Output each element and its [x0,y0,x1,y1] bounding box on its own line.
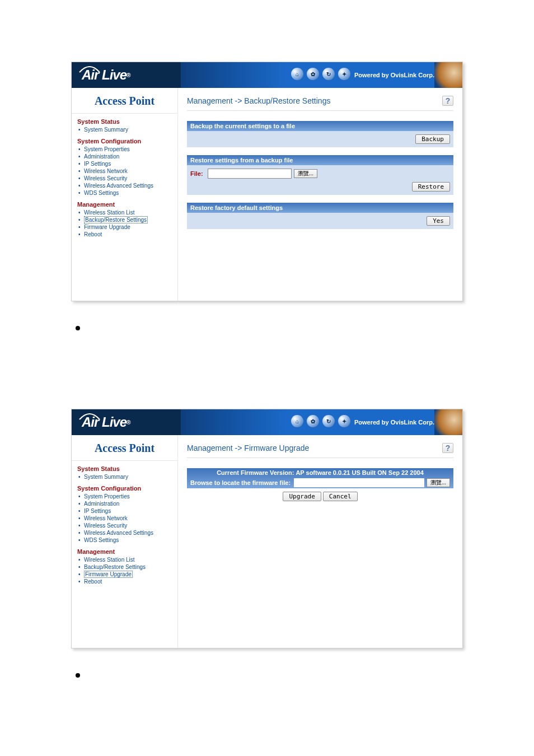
upgrade-button[interactable]: Upgrade [283,492,321,501]
sidebar: Access Point System Status System Summar… [72,88,178,301]
sidebar-item-system-summary[interactable]: System Summary [78,126,172,133]
sidebar-item-reboot[interactable]: Reboot [78,231,172,238]
factory-reset-button[interactable]: Yes [427,216,450,226]
app-window-firmware: Air Live® ⌂ ✿ ↻ ✦ Powered by OvisLink Co… [71,409,463,648]
sidebar-item-system-properties[interactable]: System Properties [78,493,172,500]
browse-button[interactable]: 瀏覽... [427,478,450,487]
powered-by: Powered by OvisLink Corp. [354,72,434,78]
device-mode-title: Access Point [72,435,177,461]
group-system-configuration: System Configuration [77,485,172,492]
brand-logo: Air Live® [82,409,130,435]
browse-button[interactable]: 瀏覽... [294,169,317,178]
sidebar-item-system-properties[interactable]: System Properties [78,146,172,153]
doc-bullet-1 [71,324,463,330]
logout-icon[interactable]: ✦ [338,68,350,80]
group-system-status: System Status [77,118,172,125]
sidebar-item-wireless-advanced[interactable]: Wireless Advanced Settings [78,182,172,189]
brand-logo: Air Live® [82,62,130,88]
section-factory-title: Restore factory default settings [187,203,453,213]
sidebar-item-firmware-upgrade[interactable]: Firmware Upgrade [78,223,172,231]
restore-button[interactable]: Restore [412,182,450,192]
fw-version-label: Current Firmware Version: [217,469,294,476]
globe-icon[interactable]: ✿ [307,68,319,80]
sidebar-item-wireless-security[interactable]: Wireless Security [78,175,172,182]
sidebar-item-backup-restore[interactable]: Backup/Restore Settings [78,216,172,223]
group-management: Management [77,201,172,208]
help-button[interactable]: ? [442,96,453,106]
restore-file-input[interactable] [208,169,292,179]
home-icon[interactable]: ⌂ [291,68,303,80]
sidebar-item-system-summary[interactable]: System Summary [78,473,172,480]
top-bar: Air Live® ⌂ ✿ ↻ ✦ Powered by OvisLink Co… [72,62,462,88]
sidebar: Access Point System Status System Summar… [72,435,178,648]
breadcrumb: Management -> Firmware Upgrade [187,444,309,452]
file-label: File: [190,170,203,177]
refresh-icon[interactable]: ↻ [322,415,335,427]
firmware-header: Current Firmware Version: AP software 0.… [187,468,453,488]
sidebar-item-reboot[interactable]: Reboot [78,578,172,585]
sidebar-item-wds-settings[interactable]: WDS Settings [78,536,172,544]
sidebar-item-wireless-advanced[interactable]: Wireless Advanced Settings [78,529,172,536]
fw-version-value: AP software 0.0.21 US Built ON Sep 22 20… [296,469,423,476]
logout-icon[interactable]: ✦ [338,415,350,427]
app-window-backup: Air Live® ⌂ ✿ ↻ ✦ Powered by OvisLink Co… [71,62,463,301]
refresh-icon[interactable]: ↻ [322,68,335,80]
bullet-icon [76,326,80,330]
device-mode-title: Access Point [72,88,177,114]
cancel-button[interactable]: Cancel [323,492,358,501]
sidebar-item-firmware-upgrade[interactable]: Firmware Upgrade [78,571,172,578]
sidebar-item-wireless-station-list[interactable]: Wireless Station List [78,556,172,563]
group-system-status: System Status [77,465,172,472]
sidebar-item-ip-settings[interactable]: IP Settings [78,507,172,515]
sidebar-item-wds-settings[interactable]: WDS Settings [78,189,172,197]
backup-button[interactable]: Backup [415,134,450,144]
top-toolbar: ⌂ ✿ ↻ ✦ [291,68,350,80]
sidebar-item-wireless-network[interactable]: Wireless Network [78,167,172,175]
decorative-photo [434,62,462,88]
sidebar-item-administration[interactable]: Administration [78,153,172,160]
sidebar-item-wireless-security[interactable]: Wireless Security [78,522,172,529]
firmware-file-input[interactable] [294,478,424,487]
group-management: Management [77,548,172,555]
top-bar: Air Live® ⌂ ✿ ↻ ✦ Powered by OvisLink Co… [72,409,462,435]
top-toolbar: ⌂ ✿ ↻ ✦ [291,415,350,427]
content-area: Management -> Firmware Upgrade ? Current… [178,435,462,648]
sidebar-item-administration[interactable]: Administration [78,500,172,507]
doc-bullet-2 [71,671,463,678]
group-system-configuration: System Configuration [77,138,172,144]
sidebar-item-wireless-network[interactable]: Wireless Network [78,515,172,522]
help-button[interactable]: ? [442,443,453,453]
sidebar-item-wireless-station-list[interactable]: Wireless Station List [78,209,172,216]
sidebar-item-backup-restore[interactable]: Backup/Restore Settings [78,563,172,571]
section-restore-title: Restore settings from a backup file [187,155,453,165]
fw-browse-label: Browse to locate the firmware file: [190,479,291,486]
content-area: Management -> Backup/Restore Settings ? … [178,88,462,301]
breadcrumb: Management -> Backup/Restore Settings [187,96,330,105]
powered-by: Powered by OvisLink Corp. [354,419,434,426]
globe-icon[interactable]: ✿ [307,415,319,427]
decorative-photo [434,409,462,435]
sidebar-item-ip-settings[interactable]: IP Settings [78,160,172,167]
bullet-icon [76,673,80,678]
home-icon[interactable]: ⌂ [291,415,303,427]
section-backup-title: Backup the current settings to a file [187,121,453,131]
